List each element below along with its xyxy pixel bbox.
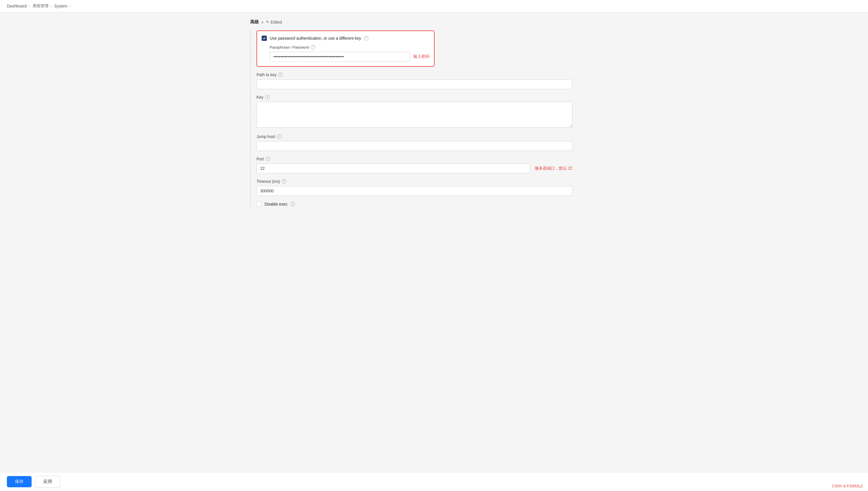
password-input-wrapper [270, 52, 410, 61]
port-row: 服务器端口，默认 22 [256, 164, 572, 173]
port-hint: 服务器端口，默认 22 [535, 166, 572, 171]
timeout-group: Timeout (ms) ? [256, 179, 572, 196]
form-area: Use password authentication, or use a di… [250, 30, 624, 207]
chevron-up-icon: ∧ [261, 20, 264, 24]
edited-label: Edited [271, 20, 282, 24]
breadcrumb: Dashboard › 系统管理 › System › [0, 0, 868, 12]
key-group: Key ? [256, 95, 572, 128]
timeout-input[interactable] [256, 186, 572, 196]
password-input[interactable] [270, 52, 410, 61]
breadcrumb-sysadmin[interactable]: 系统管理 [32, 3, 49, 9]
jump-host-input[interactable] [256, 141, 572, 151]
breadcrumb-sep-3: › [70, 4, 71, 8]
path-to-key-help-icon[interactable]: ? [278, 73, 283, 77]
key-label: Key [256, 95, 264, 99]
breadcrumb-sep-2: › [51, 4, 52, 8]
port-input-wrapper [256, 164, 530, 173]
breadcrumb-system[interactable]: System [54, 4, 68, 8]
path-to-key-input[interactable] [256, 79, 572, 89]
port-label: Port [256, 157, 264, 161]
edit-icon: ✎ [266, 20, 269, 24]
passphrase-label-text: Passphrase / Password [270, 45, 309, 50]
section-header: 高级 ∧ ✎ Edited [244, 19, 624, 25]
port-help-icon[interactable]: ? [266, 157, 270, 161]
password-row: 输入密码 [262, 52, 429, 61]
port-input[interactable] [256, 164, 530, 173]
disable-exec-help-icon[interactable]: ? [290, 202, 295, 206]
section-title: 高级 [250, 19, 259, 25]
jump-host-label: Jump host [256, 134, 275, 139]
port-label-row: Port ? [256, 157, 624, 161]
password-auth-checkbox[interactable] [262, 36, 267, 41]
passphrase-help-icon[interactable]: ? [311, 45, 315, 50]
path-to-key-label: Path to key [256, 73, 277, 77]
breadcrumb-sep-1: › [29, 4, 30, 8]
edited-badge: ✎ Edited [266, 20, 282, 24]
timeout-label-row: Timeout (ms) ? [256, 179, 572, 184]
disable-exec-label: Disable exec [265, 202, 287, 206]
timeout-help-icon[interactable]: ? [282, 179, 286, 184]
jump-host-group: Jump host ? [256, 134, 572, 151]
path-to-key-group: Path to key ? [256, 73, 572, 89]
breadcrumb-dashboard[interactable]: Dashboard [7, 4, 27, 8]
passphrase-label: Passphrase / Password ? [262, 45, 429, 50]
password-auth-label: Use password authentication, or use a di… [270, 36, 361, 40]
password-auth-checkbox-row: Use password authentication, or use a di… [262, 36, 429, 41]
key-label-row: Key ? [256, 95, 572, 99]
password-placeholder-hint: 输入密码 [413, 54, 429, 59]
timeout-label: Timeout (ms) [256, 179, 280, 184]
port-group: Port ? 服务器端口，默认 22 [256, 157, 624, 173]
main-content: 高级 ∧ ✎ Edited Use password authenticatio… [233, 12, 635, 231]
password-auth-section: Use password authentication, or use a di… [256, 30, 435, 67]
path-to-key-label-row: Path to key ? [256, 73, 572, 77]
jump-host-label-row: Jump host ? [256, 134, 572, 139]
disable-exec-row: Disable exec ? [256, 202, 624, 207]
disable-exec-checkbox[interactable] [256, 202, 262, 207]
password-auth-help-icon[interactable]: ? [364, 36, 369, 40]
key-textarea[interactable] [256, 102, 572, 127]
jump-host-help-icon[interactable]: ? [277, 134, 281, 139]
key-help-icon[interactable]: ? [265, 95, 270, 99]
